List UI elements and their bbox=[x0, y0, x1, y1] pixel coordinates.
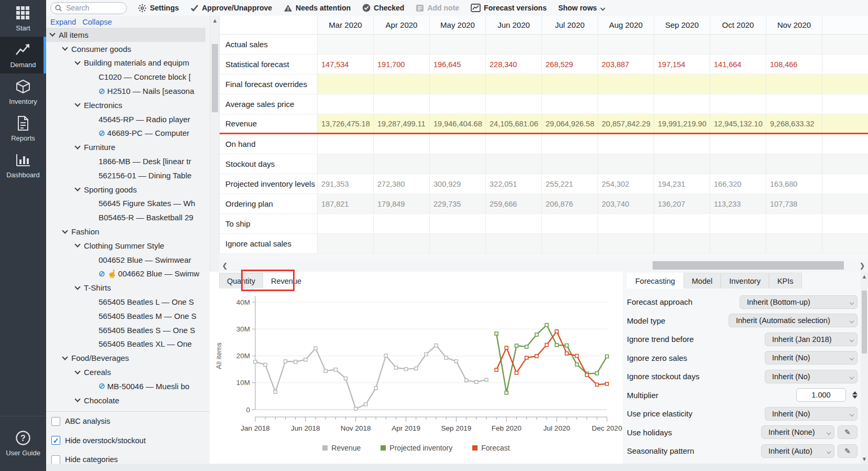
table-cell[interactable] bbox=[317, 234, 373, 253]
toolbar-button-show-rows[interactable]: Show rows bbox=[552, 0, 611, 16]
tree-item[interactable]: 562156-01 — Dining Table bbox=[46, 168, 205, 183]
table-column-header[interactable]: Mar 2020 bbox=[317, 16, 373, 34]
tree-item[interactable]: ⊘46689-PC — Computer bbox=[46, 126, 205, 141]
table-cell[interactable]: 206,876 bbox=[541, 194, 598, 213]
panel-vscrollbar-thumb[interactable] bbox=[862, 291, 867, 354]
table-cell[interactable] bbox=[317, 154, 373, 174]
table-cell[interactable] bbox=[541, 214, 598, 233]
table-cell[interactable] bbox=[429, 154, 485, 174]
table-cell[interactable] bbox=[654, 234, 710, 253]
table-cell[interactable] bbox=[541, 154, 598, 174]
table-cell[interactable]: 107,738 bbox=[766, 194, 822, 213]
table-cell[interactable] bbox=[598, 134, 654, 154]
scroll-up-icon[interactable]: ▲ bbox=[861, 272, 868, 281]
table-column-header[interactable]: Jun 2020 bbox=[485, 16, 541, 34]
tree-item[interactable]: C1020 — Concrete block [ bbox=[46, 70, 205, 84]
table-cell[interactable] bbox=[766, 94, 822, 114]
tree-item[interactable]: All items bbox=[46, 28, 205, 42]
toolbar-button-forecast-versions[interactable]: Forecast versions bbox=[465, 0, 552, 16]
table-cell[interactable] bbox=[317, 214, 373, 233]
toolbar-button-add-note[interactable]: Add note bbox=[410, 0, 465, 16]
table-cell[interactable] bbox=[485, 134, 541, 154]
table-cell[interactable] bbox=[485, 94, 541, 114]
table-cell[interactable]: 191,700 bbox=[373, 55, 429, 74]
spinner-down-icon[interactable] bbox=[852, 395, 858, 399]
search-input[interactable] bbox=[65, 3, 117, 13]
table-column-header[interactable]: Jul 2020 bbox=[541, 16, 598, 34]
table-cell[interactable] bbox=[541, 94, 598, 114]
table-cell[interactable]: 166,320 bbox=[710, 174, 766, 194]
table-column-header[interactable]: Aug 2020 bbox=[598, 16, 654, 34]
tree-item[interactable]: Consumer goods bbox=[46, 42, 205, 56]
tree-item[interactable]: Clothing Summer Style bbox=[46, 239, 205, 253]
table-cell[interactable] bbox=[710, 234, 766, 253]
tree-item[interactable]: 004652 Blue — Swimwear bbox=[46, 253, 205, 267]
table-cell[interactable]: 12,945,132.10 bbox=[710, 114, 766, 133]
table-cell[interactable]: 229,735 bbox=[429, 194, 485, 213]
tree-item[interactable]: 565405 Beatles M — One S bbox=[46, 309, 205, 323]
table-cell[interactable]: 136,207 bbox=[654, 194, 710, 213]
dropdown-select[interactable]: Inherit (No) bbox=[765, 407, 858, 421]
table-cell[interactable] bbox=[654, 134, 710, 154]
toolbar-button-settings[interactable]: Settings bbox=[132, 0, 185, 16]
table-cell[interactable]: 197,154 bbox=[654, 55, 710, 74]
table-cell[interactable] bbox=[710, 134, 766, 154]
collapse-link[interactable]: Collapse bbox=[82, 18, 112, 26]
tree-item[interactable]: Sporting goods bbox=[46, 183, 205, 197]
tree-item[interactable]: Electronics bbox=[46, 98, 205, 112]
tree-item[interactable]: 45645-RP — Radio player bbox=[46, 112, 205, 126]
chart-tab-revenue[interactable]: Revenue bbox=[263, 273, 309, 288]
table-cell[interactable]: 255,221 bbox=[541, 174, 598, 194]
tree-item[interactable]: 565405 Beatles L — One S bbox=[46, 295, 205, 309]
table-cell[interactable]: 268,529 bbox=[541, 55, 598, 74]
table-cell[interactable] bbox=[598, 214, 654, 233]
table-cell[interactable]: 19,991,219.90 bbox=[654, 114, 710, 133]
table-cell[interactable] bbox=[710, 154, 766, 174]
dropdown-select[interactable]: Inherit (No) bbox=[765, 370, 858, 383]
table-cell[interactable] bbox=[317, 94, 373, 114]
tree-scrollbar-thumb[interactable] bbox=[212, 44, 218, 112]
table-cell[interactable] bbox=[429, 74, 485, 94]
dropdown-select[interactable]: Inherit (Automatic selection) bbox=[729, 314, 858, 327]
table-cell[interactable] bbox=[598, 35, 654, 54]
table-cell[interactable]: 29,064,926.58 bbox=[541, 114, 598, 133]
table-cell[interactable]: 113,233 bbox=[710, 194, 766, 213]
table-cell[interactable]: 19,287,499.11 bbox=[373, 114, 429, 133]
table-cell[interactable]: 259,666 bbox=[485, 194, 541, 213]
panel-vscrollbar[interactable]: ▲ ▼ bbox=[861, 272, 868, 464]
table-cell[interactable] bbox=[654, 154, 710, 174]
table-cell[interactable] bbox=[541, 35, 598, 54]
dropdown-select[interactable]: Inherit (No) bbox=[765, 351, 858, 365]
dropdown-select[interactable]: Inherit (Bottom-up) bbox=[740, 295, 858, 309]
table-cell[interactable]: 187,821 bbox=[317, 194, 373, 213]
tree-item[interactable]: Fashion bbox=[46, 224, 205, 239]
settings-tab-inventory[interactable]: Inventory bbox=[721, 273, 769, 288]
table-cell[interactable] bbox=[654, 214, 710, 233]
tree-item[interactable]: ⊘MB-50046 — Muesli bo bbox=[46, 379, 205, 393]
scroll-right-icon[interactable]: ❯ bbox=[858, 261, 867, 270]
table-cell[interactable]: 322,051 bbox=[485, 174, 541, 194]
edit-pencil-button[interactable]: ✎ bbox=[838, 425, 858, 439]
table-cell[interactable] bbox=[373, 134, 429, 154]
tree-item[interactable]: Chocolate bbox=[46, 393, 205, 407]
expand-link[interactable]: Expand bbox=[50, 18, 76, 26]
table-cell[interactable]: 291,353 bbox=[317, 174, 373, 194]
table-cell[interactable]: 300,929 bbox=[429, 174, 485, 194]
toolbar-button-approve-unapprove[interactable]: Approve/Unapprove bbox=[185, 0, 278, 16]
table-cell[interactable] bbox=[598, 234, 654, 253]
dropdown-select[interactable]: Inherit (None) bbox=[761, 425, 834, 439]
table-cell[interactable]: 254,302 bbox=[598, 174, 654, 194]
table-cell[interactable]: 24,105,681.06 bbox=[485, 114, 541, 133]
table-cell[interactable] bbox=[710, 94, 766, 114]
table-cell[interactable]: 194,231 bbox=[654, 174, 710, 194]
toolbar-button-needs-attention[interactable]: Needs attention bbox=[278, 0, 356, 16]
table-column-header[interactable]: Sep 2020 bbox=[654, 16, 710, 34]
edit-pencil-button[interactable]: ✎ bbox=[838, 444, 858, 458]
table-cell[interactable] bbox=[541, 234, 598, 253]
table-cell[interactable] bbox=[654, 35, 710, 54]
table-cell[interactable] bbox=[373, 35, 429, 54]
table-cell[interactable]: 196,645 bbox=[429, 55, 485, 74]
multiplier-input[interactable]: 1.000 bbox=[796, 388, 846, 402]
scroll-left-icon[interactable]: ❮ bbox=[220, 261, 230, 270]
table-cell[interactable] bbox=[429, 134, 485, 154]
